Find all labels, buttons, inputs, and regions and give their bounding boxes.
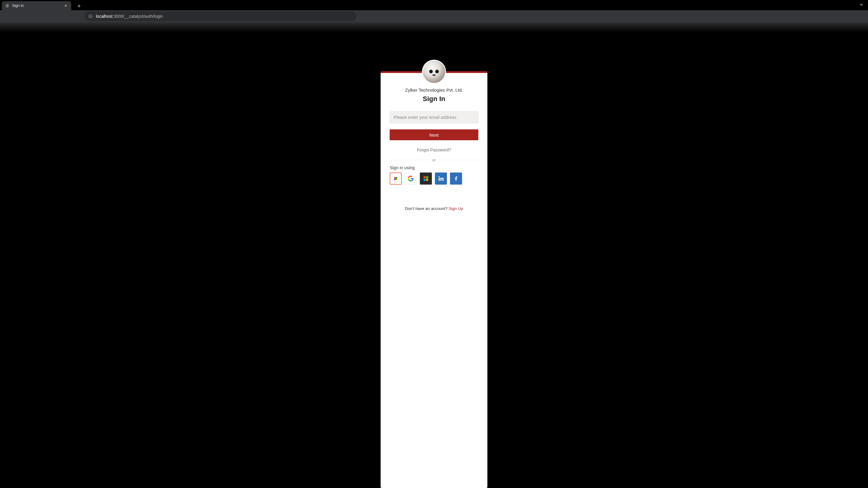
site-info-icon[interactable]	[88, 14, 93, 19]
url-path: :3000/__catalyst/auth/login	[113, 14, 163, 19]
svg-rect-2	[90, 16, 91, 17]
svg-rect-7	[424, 179, 426, 181]
oauth-google-button[interactable]	[405, 173, 417, 185]
oauth-linkedin-button[interactable]	[435, 173, 447, 185]
close-icon	[64, 4, 67, 7]
svg-rect-5	[424, 177, 426, 179]
toolbar-shadow	[0, 22, 868, 33]
svg-rect-8	[426, 179, 428, 181]
svg-point-10	[438, 176, 440, 177]
oauth-zoho-button[interactable]	[390, 173, 402, 185]
avatar	[422, 60, 446, 84]
oauth-facebook-button[interactable]	[450, 173, 462, 185]
facebook-icon	[453, 176, 459, 182]
signup-prompt: Don't have an account? Sign Up	[390, 206, 478, 211]
next-button[interactable]: Next	[390, 129, 478, 140]
svg-rect-9	[439, 178, 440, 181]
svg-rect-3	[90, 16, 91, 16]
plus-icon	[76, 4, 82, 8]
microsoft-icon	[423, 176, 429, 182]
address-bar-url: localhost:3000/__catalyst/auth/login	[96, 14, 163, 19]
email-field[interactable]	[390, 111, 478, 123]
signin-card: Zylker Technologies Pvt. Ltd. Sign In Ne…	[381, 71, 487, 488]
avatar-image	[423, 61, 445, 83]
chevron-down-icon	[859, 2, 864, 7]
signup-prompt-text: Don't have an account?	[405, 206, 448, 211]
signin-using-label: Sign in using	[390, 165, 478, 170]
tab-strip: Sign In	[0, 0, 868, 10]
browser-tab[interactable]: Sign In	[2, 1, 71, 10]
company-name: Zylker Technologies Pvt. Ltd.	[390, 88, 478, 93]
or-divider: or	[390, 158, 478, 162]
tab-title: Sign In	[12, 4, 61, 8]
tabs-overflow-button[interactable]	[859, 2, 864, 8]
zoho-icon	[393, 176, 399, 182]
globe-icon	[5, 3, 10, 8]
or-label: or	[432, 158, 436, 162]
browser-toolbar: localhost:3000/__catalyst/auth/login	[0, 10, 868, 22]
page-title: Sign In	[390, 95, 478, 103]
tab-close-button[interactable]	[63, 3, 68, 8]
url-host: localhost	[96, 14, 113, 19]
new-tab-button[interactable]	[75, 2, 83, 10]
google-icon	[408, 176, 414, 182]
oauth-provider-row	[390, 173, 478, 185]
svg-rect-6	[426, 177, 428, 179]
browser-chrome: Sign In	[0, 0, 868, 33]
page-content: Zylker Technologies Pvt. Ltd. Sign In Ne…	[0, 33, 868, 488]
linkedin-icon	[438, 176, 444, 182]
forgot-password-link[interactable]: Forgot Password?	[390, 148, 478, 152]
signup-link[interactable]: Sign Up	[449, 206, 463, 211]
address-bar[interactable]: localhost:3000/__catalyst/auth/login	[85, 11, 356, 21]
oauth-microsoft-button[interactable]	[420, 173, 432, 185]
